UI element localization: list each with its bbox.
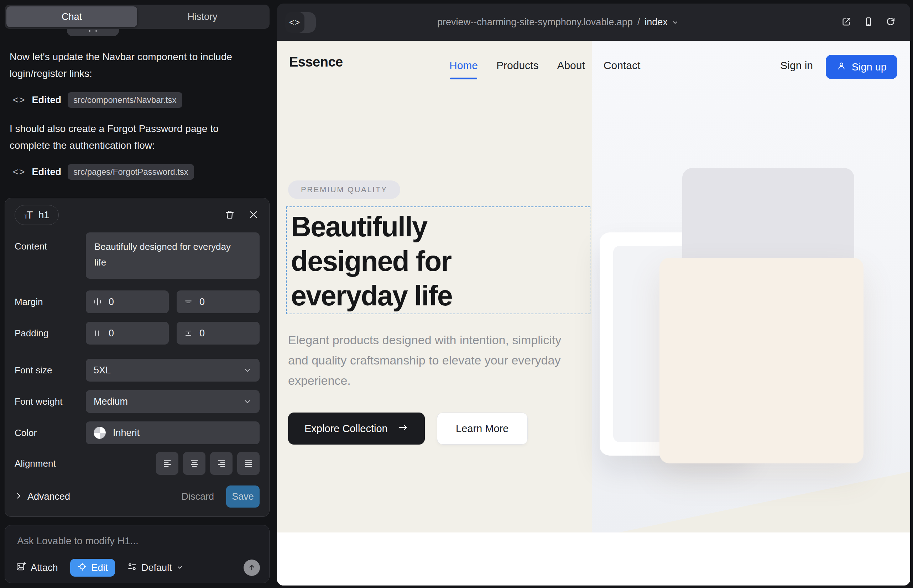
- user-icon: [837, 61, 847, 73]
- padding-vertical-icon: [184, 328, 193, 338]
- content-input[interactable]: Beautifully designed for everyday life: [86, 233, 260, 279]
- padding-x-input[interactable]: 0: [86, 322, 169, 344]
- align-right-icon: [217, 459, 227, 468]
- url-separator: /: [638, 17, 640, 28]
- font-size-select[interactable]: 5XL: [86, 359, 260, 381]
- chat-history-tabs: Chat History: [5, 5, 270, 29]
- selected-h1-element[interactable]: Beautifully designed for everyday life: [286, 207, 590, 314]
- decor-card-beige: [659, 258, 863, 464]
- site-canvas: Essence Home Products About Contact Sign…: [277, 41, 910, 585]
- color-swatch: [94, 427, 106, 439]
- explore-collection-button[interactable]: Explore Collection: [288, 412, 425, 444]
- element-tag-pill[interactable]: тT h1: [15, 205, 59, 225]
- url-page: index: [644, 17, 668, 28]
- hero-heading: Beautifully designed for everyday life: [287, 207, 590, 313]
- chevron-down-icon: [672, 19, 679, 26]
- close-editor-button[interactable]: [249, 210, 259, 221]
- preview-browser-bar: <> preview--charming-site-symphony.lovab…: [277, 3, 910, 41]
- align-center-icon: [189, 459, 199, 468]
- sign-up-button[interactable]: Sign up: [826, 55, 897, 79]
- chat-composer[interactable]: Ask Lovable to modify H1... Attach: [5, 525, 270, 583]
- hero-paragraph: Elegant products designed with intention…: [288, 330, 569, 391]
- mode-select-button[interactable]: Default: [127, 562, 183, 574]
- margin-vertical-icon: [184, 297, 193, 307]
- edited-label: Edited: [32, 166, 62, 178]
- code-icon: <>: [13, 95, 26, 106]
- close-icon: [249, 210, 259, 221]
- send-button[interactable]: [244, 559, 260, 576]
- file-chip[interactable]: src/components/Navbar.tsx: [68, 92, 182, 108]
- align-right-button[interactable]: [210, 452, 233, 475]
- align-justify-button[interactable]: [237, 452, 260, 475]
- section-below-hero: [277, 533, 910, 585]
- chevron-down-icon: [176, 562, 183, 573]
- margin-x-input[interactable]: 0: [86, 291, 169, 313]
- target-icon: [77, 562, 87, 574]
- chevron-down-icon: [243, 397, 252, 406]
- learn-more-button[interactable]: Learn More: [437, 412, 528, 444]
- assistant-message: I should also create a Forgot Password p…: [10, 120, 244, 154]
- nav-link-products[interactable]: Products: [496, 60, 538, 71]
- nav-link-contact[interactable]: Contact: [604, 60, 640, 71]
- mobile-view-button[interactable]: [863, 16, 874, 28]
- chevron-down-icon: [243, 366, 252, 375]
- font-weight-label: Font weight: [15, 396, 86, 407]
- chevron-right-icon: [15, 491, 23, 502]
- edit-mode-button[interactable]: Edit: [70, 559, 115, 577]
- color-select[interactable]: Inherit: [86, 422, 260, 444]
- padding-label: Padding: [15, 328, 86, 339]
- text-size-icon: тT: [24, 209, 33, 221]
- file-edit-row: <> Edited src/components/Navbar.tsx: [13, 91, 182, 109]
- chat-sidebar: Chat History Now let's update the Navbar…: [0, 0, 277, 588]
- tab-chat[interactable]: Chat: [6, 6, 137, 27]
- editor-header: тT h1: [15, 204, 259, 226]
- margin-label: Margin: [15, 297, 86, 307]
- lovable-workspace: Chat History Now let's update the Navbar…: [0, 0, 913, 588]
- scrolled-message-pill: [67, 29, 119, 36]
- open-in-new-tab-button[interactable]: [841, 16, 852, 28]
- preview-window: <> preview--charming-site-symphony.lovab…: [277, 3, 910, 585]
- nav-link-home[interactable]: Home: [449, 60, 478, 71]
- arrow-right-icon: [398, 422, 408, 435]
- sign-in-button[interactable]: Sign in: [780, 60, 813, 71]
- arrow-up-icon: [248, 563, 256, 573]
- save-button[interactable]: Save: [226, 486, 260, 507]
- margin-horizontal-icon: [93, 297, 102, 307]
- assistant-message: Now let's update the Navbar component to…: [10, 48, 244, 82]
- alignment-label: Alignment: [15, 458, 86, 469]
- padding-y-input[interactable]: 0: [176, 322, 260, 344]
- attach-image-icon: [16, 561, 26, 575]
- nav-link-about[interactable]: About: [557, 60, 585, 71]
- advanced-toggle[interactable]: Advanced: [15, 491, 70, 502]
- discard-button[interactable]: Discard: [181, 491, 214, 502]
- align-left-icon: [162, 459, 172, 468]
- padding-horizontal-icon: [93, 328, 102, 338]
- delete-element-button[interactable]: [224, 209, 235, 221]
- site-brand[interactable]: Essence: [289, 55, 343, 70]
- trash-icon: [224, 209, 235, 221]
- code-icon: <>: [285, 12, 304, 33]
- edited-label: Edited: [32, 95, 62, 106]
- file-chip[interactable]: src/pages/ForgotPassword.tsx: [68, 164, 194, 180]
- align-left-button[interactable]: [156, 452, 178, 475]
- file-edit-row: <> Edited src/pages/ForgotPassword.tsx: [13, 163, 194, 181]
- site-navbar: Essence Home Products About Contact Sign…: [277, 41, 910, 98]
- smartphone-icon: [863, 16, 874, 28]
- align-center-button[interactable]: [183, 452, 206, 475]
- content-label: Content: [15, 241, 86, 252]
- font-weight-select[interactable]: Medium: [86, 390, 260, 413]
- preview-url[interactable]: preview--charming-site-symphony.lovable.…: [348, 3, 768, 41]
- color-label: Color: [15, 428, 86, 438]
- element-tag-label: h1: [39, 210, 49, 221]
- attach-button[interactable]: Attach: [16, 561, 58, 575]
- url-host: preview--charming-site-symphony.lovable.…: [437, 17, 633, 28]
- margin-y-input[interactable]: 0: [176, 291, 260, 313]
- code-icon: <>: [13, 166, 26, 178]
- tab-history[interactable]: History: [137, 6, 268, 27]
- refresh-icon: [885, 16, 896, 28]
- align-justify-icon: [244, 459, 254, 468]
- code-preview-toggle[interactable]: <>: [285, 12, 316, 33]
- external-link-icon: [841, 16, 852, 28]
- hero-badge: PREMIUM QUALITY: [288, 181, 400, 199]
- refresh-button[interactable]: [885, 16, 896, 28]
